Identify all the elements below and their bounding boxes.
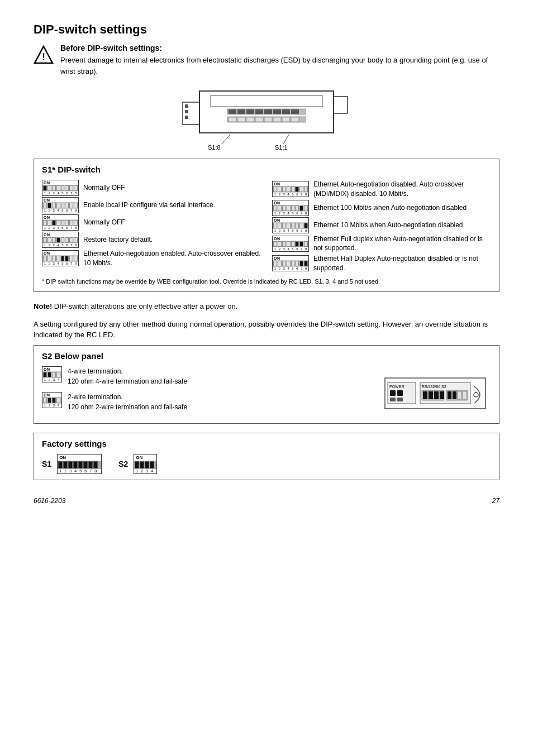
svg-rect-34 (390, 390, 396, 396)
svg-rect-10 (273, 109, 281, 114)
dip-row-9: ON 12345678 Ethernet Fu (272, 235, 491, 253)
dip-switch-7: ON 12345678 (272, 200, 309, 216)
svg-rect-25 (185, 116, 188, 119)
svg-rect-47 (453, 391, 456, 399)
svg-text:!: ! (42, 51, 45, 63)
factory-s2-group: S2 ON 1234 (118, 454, 157, 474)
dip-label-7: Ethernet 100 Mbit/s when Auto-negotiatio… (313, 203, 491, 213)
s2-left: ON 1 2 3 4 4-wire terminatio (42, 366, 368, 418)
s2-label-2: 2-wire termination. 120 ohm 2-wire termi… (68, 392, 187, 412)
svg-rect-35 (397, 390, 403, 396)
svg-rect-15 (237, 117, 245, 122)
note1-para: Note! DIP-switch alterations are only ef… (34, 301, 499, 312)
s1-dip-table: ON 12345678 Normally OF (42, 180, 491, 274)
warning-body: Prevent damage to internal electronics f… (60, 55, 499, 76)
svg-rect-43 (434, 391, 439, 399)
warning-heading: Before DIP-switch settings: (60, 44, 499, 52)
svg-text:RS/232/86  S2: RS/232/86 S2 (422, 385, 446, 389)
dip-switch-8: ON 12345678 (272, 217, 309, 233)
svg-rect-41 (423, 391, 427, 399)
svg-text:S1:1: S1:1 (275, 144, 288, 151)
svg-rect-6 (237, 109, 245, 114)
factory-section: Factory settings S1 ON 12345678 (34, 433, 499, 480)
dip-label-4: Restore factory default. (83, 235, 261, 245)
s2-section: S2 Below panel ON 1 2 3 4 (34, 345, 499, 424)
svg-rect-36 (390, 398, 396, 401)
dip-row-7: ON 12345678 Ethernet 10 (272, 200, 491, 216)
dip-switch-2: ON 12345678 (42, 197, 79, 213)
dip-switch-10: ON 12345678 (272, 255, 309, 271)
svg-rect-44 (440, 391, 444, 399)
footer-left: 6616-2203 (34, 497, 65, 505)
svg-rect-7 (246, 109, 254, 114)
dip-label-8: Ethernet 10 Mbit/s when Auto-negotiation… (313, 221, 491, 230)
dip-label-1: Normally OFF (83, 183, 261, 193)
svg-rect-24 (185, 110, 188, 113)
device-diagram: S1:8 S1:1 (34, 85, 499, 154)
s1-section: S1* DIP-switch ON (34, 159, 499, 292)
svg-line-27 (222, 135, 230, 144)
warning-icon: ! (34, 45, 54, 65)
svg-rect-37 (397, 398, 403, 401)
dip-switch-4: ON 12345678 (42, 232, 79, 248)
svg-rect-21 (291, 117, 299, 122)
page-title: DIP-switch settings (34, 22, 499, 37)
dip-row-4: ON 12345678 Restore fac (42, 232, 261, 248)
svg-text:S1:8: S1:8 (208, 144, 221, 151)
svg-rect-48 (458, 391, 461, 399)
s2-dip-1: ON 1 2 3 4 (42, 366, 62, 382)
svg-rect-46 (448, 391, 451, 399)
dip-row-2: ON 12345678 Enable loca (42, 197, 261, 213)
svg-rect-26 (334, 97, 348, 113)
svg-rect-16 (246, 117, 254, 122)
s2-row-1: ON 1 2 3 4 4-wire terminatio (42, 366, 368, 386)
svg-rect-5 (229, 109, 236, 114)
svg-rect-14 (229, 117, 236, 122)
dip-row-6: ON 12345678 Ethernet Au (272, 180, 491, 199)
s2-row-2: ON 1 2 3 4 2-wire terminatio (42, 392, 368, 412)
factory-s1-label: S1 (42, 460, 51, 468)
page-footer: 6616-2203 27 (34, 497, 499, 505)
svg-line-28 (283, 135, 289, 144)
s1-left-col: ON 12345678 Normally OF (42, 180, 261, 274)
svg-rect-23 (185, 104, 188, 108)
dip-label-3: Normally OFF (83, 218, 261, 227)
dip-label-5: Ethernet Auto-negotiation enabled. Auto-… (83, 249, 261, 268)
dip-switch-3: ON 12345678 (42, 214, 79, 231)
s1-title: S1* DIP-switch (42, 165, 491, 174)
factory-s1-dip: ON 12345678 (57, 454, 102, 474)
dip-row-10: ON 12345678 Ethernet Ha (272, 254, 491, 273)
dip-switch-9: ON 12345678 (272, 236, 309, 252)
s1-footnote: * DIP switch functions may be override b… (42, 277, 491, 286)
svg-text:POWER: POWER (389, 385, 404, 389)
s2-dip-2: ON 1 2 3 4 (42, 392, 62, 408)
footer-right: 27 (492, 497, 499, 505)
dip-label-6: Ethernet Auto-negotiation disabled. Auto… (313, 180, 491, 199)
s2-label-1: 4-wire termination. 120 ohm 4-wire termi… (68, 366, 187, 386)
svg-rect-49 (463, 391, 467, 399)
svg-rect-42 (429, 391, 433, 399)
svg-rect-19 (273, 117, 281, 122)
factory-s1-group: S1 ON 12345678 (42, 454, 102, 474)
s1-right-col: ON 12345678 Ethernet Au (272, 180, 491, 274)
note1-text: DIP-switch alterations are only effectiv… (54, 302, 238, 310)
svg-rect-18 (264, 117, 272, 122)
warning-block: ! Before DIP-switch settings: Prevent da… (34, 44, 499, 76)
dip-switch-6: ON 12345678 (272, 181, 309, 197)
warning-text: Before DIP-switch settings: Prevent dama… (60, 44, 499, 76)
factory-s2-label: S2 (118, 460, 128, 468)
svg-rect-9 (264, 109, 272, 114)
s2-inner: ON 1 2 3 4 4-wire terminatio (42, 366, 491, 418)
svg-rect-8 (255, 109, 263, 114)
s2-title: S2 Below panel (42, 351, 491, 361)
svg-rect-11 (282, 109, 290, 114)
dip-row-3: ON 12345678 Normally OF (42, 214, 261, 231)
svg-rect-12 (291, 109, 299, 114)
dip-label-2: Enable local IP configure via serial int… (83, 200, 261, 210)
factory-inner: S1 ON 12345678 S2 (42, 454, 491, 474)
s2-right-diagram: POWER RS/232/86 S2 (379, 366, 491, 418)
note2-para: A setting configured by any other method… (34, 319, 499, 341)
dip-row-5: ON 12345678 Ethernet Au (42, 249, 261, 268)
svg-rect-17 (255, 117, 263, 122)
dip-label-10: Ethernet Half Duplex Auto-negotiation di… (313, 254, 491, 273)
